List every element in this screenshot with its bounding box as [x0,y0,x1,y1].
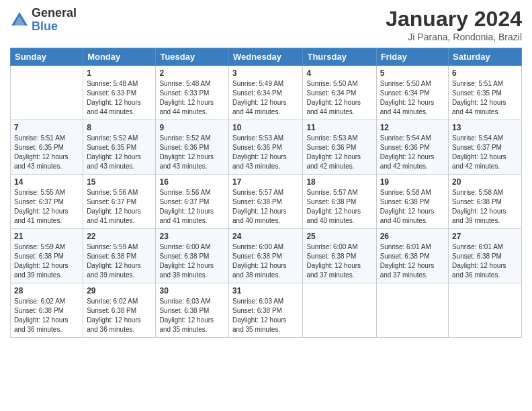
day-number: 8 [87,123,152,132]
day-number: 30 [159,286,225,295]
day-number: 16 [159,177,225,187]
day-info: Sunrise: 5:52 AM Sunset: 6:36 PM Dayligh… [159,134,225,171]
day-number: 12 [380,123,445,132]
day-info: Sunrise: 5:58 AM Sunset: 6:38 PM Dayligh… [380,188,445,226]
table-row: 26Sunrise: 6:01 AM Sunset: 6:38 PM Dayli… [376,229,448,283]
table-row: 6Sunrise: 5:51 AM Sunset: 6:35 PM Daylig… [449,66,522,120]
table-row: 24Sunrise: 6:00 AM Sunset: 6:38 PM Dayli… [229,229,303,283]
table-row: 25Sunrise: 6:00 AM Sunset: 6:38 PM Dayli… [303,229,376,283]
day-number: 14 [14,177,79,187]
table-row: 22Sunrise: 5:59 AM Sunset: 6:38 PM Dayli… [83,229,156,283]
day-number: 29 [87,286,152,295]
calendar-table: Sunday Monday Tuesday Wednesday Thursday… [10,48,522,338]
day-info: Sunrise: 5:50 AM Sunset: 6:34 PM Dayligh… [380,79,445,117]
day-info: Sunrise: 5:56 AM Sunset: 6:37 PM Dayligh… [87,188,152,226]
table-row: 7Sunrise: 5:51 AM Sunset: 6:35 PM Daylig… [11,120,83,175]
day-info: Sunrise: 5:51 AM Sunset: 6:35 PM Dayligh… [14,134,79,171]
day-number: 3 [232,68,299,78]
day-info: Sunrise: 6:02 AM Sunset: 6:38 PM Dayligh… [14,297,79,334]
day-info: Sunrise: 6:00 AM Sunset: 6:38 PM Dayligh… [159,242,225,280]
day-number: 24 [232,232,299,241]
day-number: 25 [306,232,372,241]
day-number: 4 [306,68,372,78]
table-row [449,283,522,338]
day-info: Sunrise: 5:59 AM Sunset: 6:38 PM Dayligh… [14,242,79,280]
title-block: January 2024 Ji Parana, Rondonia, Brazil [386,7,522,42]
day-number: 22 [87,232,152,241]
table-row: 20Sunrise: 5:58 AM Sunset: 6:38 PM Dayli… [449,175,522,229]
table-row: 31Sunrise: 6:03 AM Sunset: 6:38 PM Dayli… [229,283,303,338]
day-info: Sunrise: 5:53 AM Sunset: 6:36 PM Dayligh… [232,134,299,171]
logo-text: General Blue [32,7,77,34]
table-row: 10Sunrise: 5:53 AM Sunset: 6:36 PM Dayli… [229,120,303,175]
week-row-3: 14Sunrise: 5:55 AM Sunset: 6:37 PM Dayli… [11,175,522,229]
day-number: 23 [159,232,225,241]
table-row: 23Sunrise: 6:00 AM Sunset: 6:38 PM Dayli… [156,229,229,283]
col-wednesday: Wednesday [229,48,303,66]
week-row-4: 21Sunrise: 5:59 AM Sunset: 6:38 PM Dayli… [11,229,522,283]
day-info: Sunrise: 6:01 AM Sunset: 6:38 PM Dayligh… [380,242,445,280]
day-info: Sunrise: 5:51 AM Sunset: 6:35 PM Dayligh… [452,79,518,117]
logo-general: General [32,7,77,20]
table-row [11,66,83,120]
day-info: Sunrise: 5:55 AM Sunset: 6:37 PM Dayligh… [14,188,79,226]
day-number: 11 [306,123,372,132]
header-row: Sunday Monday Tuesday Wednesday Thursday… [11,48,522,66]
table-row: 11Sunrise: 5:53 AM Sunset: 6:36 PM Dayli… [303,120,376,175]
table-row: 12Sunrise: 5:54 AM Sunset: 6:36 PM Dayli… [376,120,448,175]
table-row: 30Sunrise: 6:03 AM Sunset: 6:38 PM Dayli… [156,283,229,338]
day-number: 20 [452,177,518,187]
day-info: Sunrise: 5:56 AM Sunset: 6:37 PM Dayligh… [159,188,225,226]
week-row-1: 1Sunrise: 5:48 AM Sunset: 6:33 PM Daylig… [11,66,522,120]
day-number: 10 [232,123,299,132]
day-info: Sunrise: 6:00 AM Sunset: 6:38 PM Dayligh… [306,242,372,280]
day-number: 6 [452,68,518,78]
day-info: Sunrise: 5:54 AM Sunset: 6:36 PM Dayligh… [380,134,445,171]
table-row: 9Sunrise: 5:52 AM Sunset: 6:36 PM Daylig… [156,120,229,175]
day-info: Sunrise: 5:48 AM Sunset: 6:33 PM Dayligh… [87,79,152,117]
col-sunday: Sunday [11,48,83,66]
day-info: Sunrise: 6:01 AM Sunset: 6:38 PM Dayligh… [452,242,518,280]
table-row: 4Sunrise: 5:50 AM Sunset: 6:34 PM Daylig… [303,66,376,120]
day-info: Sunrise: 5:59 AM Sunset: 6:38 PM Dayligh… [87,242,152,280]
day-number: 31 [232,286,299,295]
day-number: 2 [159,68,225,78]
day-number: 1 [87,68,152,78]
calendar-body: 1Sunrise: 5:48 AM Sunset: 6:33 PM Daylig… [11,66,522,338]
col-tuesday: Tuesday [156,48,229,66]
table-row: 8Sunrise: 5:52 AM Sunset: 6:35 PM Daylig… [83,120,156,175]
week-row-5: 28Sunrise: 6:02 AM Sunset: 6:38 PM Dayli… [11,283,522,338]
day-number: 21 [14,232,79,241]
logo: General Blue [10,7,77,34]
day-info: Sunrise: 5:52 AM Sunset: 6:35 PM Dayligh… [87,134,152,171]
day-number: 15 [87,177,152,187]
title-month: January 2024 [386,7,522,32]
logo-icon [10,11,29,30]
table-row: 18Sunrise: 5:57 AM Sunset: 6:38 PM Dayli… [303,175,376,229]
day-number: 18 [306,177,372,187]
day-number: 27 [452,232,518,241]
table-row [303,283,376,338]
title-location: Ji Parana, Rondonia, Brazil [386,32,522,42]
col-thursday: Thursday [303,48,376,66]
day-info: Sunrise: 6:03 AM Sunset: 6:38 PM Dayligh… [232,297,299,334]
logo-blue: Blue [32,20,77,34]
col-monday: Monday [83,48,156,66]
day-info: Sunrise: 5:50 AM Sunset: 6:34 PM Dayligh… [306,79,372,117]
table-row: 1Sunrise: 5:48 AM Sunset: 6:33 PM Daylig… [83,66,156,120]
table-row: 16Sunrise: 5:56 AM Sunset: 6:37 PM Dayli… [156,175,229,229]
day-number: 26 [380,232,445,241]
page: General Blue January 2024 Ji Parana, Ron… [0,0,532,411]
table-row: 28Sunrise: 6:02 AM Sunset: 6:38 PM Dayli… [11,283,83,338]
day-info: Sunrise: 5:48 AM Sunset: 6:33 PM Dayligh… [159,79,225,117]
table-row: 27Sunrise: 6:01 AM Sunset: 6:38 PM Dayli… [449,229,522,283]
day-info: Sunrise: 6:02 AM Sunset: 6:38 PM Dayligh… [87,297,152,334]
day-info: Sunrise: 6:00 AM Sunset: 6:38 PM Dayligh… [232,242,299,280]
day-info: Sunrise: 6:03 AM Sunset: 6:38 PM Dayligh… [159,297,225,334]
day-number: 9 [159,123,225,132]
day-number: 7 [14,123,79,132]
day-info: Sunrise: 5:54 AM Sunset: 6:37 PM Dayligh… [452,134,518,171]
col-saturday: Saturday [449,48,522,66]
table-row: 14Sunrise: 5:55 AM Sunset: 6:37 PM Dayli… [11,175,83,229]
table-row: 3Sunrise: 5:49 AM Sunset: 6:34 PM Daylig… [229,66,303,120]
